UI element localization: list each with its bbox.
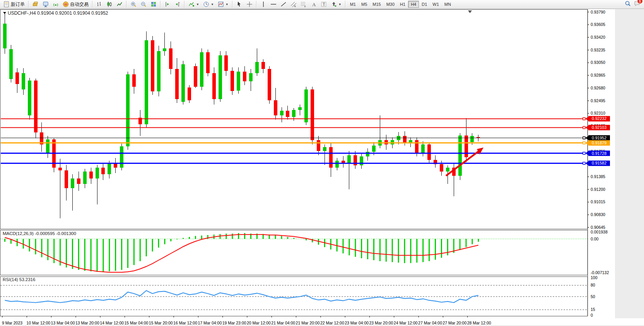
timeframe-m15[interactable]: M15 bbox=[370, 1, 383, 8]
candle-body bbox=[169, 48, 173, 69]
right-margin bbox=[615, 9, 644, 326]
candle-body bbox=[132, 74, 136, 87]
line-chart-button[interactable] bbox=[114, 1, 125, 8]
svg-text:A: A bbox=[312, 2, 316, 7]
timeframe-h4[interactable]: H4 bbox=[408, 1, 419, 8]
svg-text:F: F bbox=[304, 5, 306, 7]
vertical-line-button[interactable] bbox=[258, 1, 268, 8]
new-order-button[interactable]: 新订单 bbox=[2, 1, 27, 8]
price-tick-label: 0.91015 bbox=[591, 199, 605, 204]
candle-body bbox=[15, 72, 19, 84]
timeframe-h1[interactable]: H1 bbox=[397, 1, 408, 8]
candlestick-chart-button[interactable] bbox=[104, 1, 114, 8]
candle-body bbox=[243, 72, 246, 81]
time-tick-label: 28 Mar 12:00 bbox=[467, 321, 491, 325]
time-tick-label: 14 Mar 12:00 bbox=[100, 321, 124, 325]
dropdown-caret-icon[interactable]: ▼ bbox=[338, 3, 342, 6]
auto-trading-button[interactable]: 自动交易 bbox=[61, 1, 91, 8]
time-tick-label: 16 Mar 12:00 bbox=[173, 321, 197, 325]
macd-indicator-label: MACD(12,26,9) -0.000595 -0.001300 bbox=[3, 231, 76, 236]
dropdown-caret-icon[interactable]: ▼ bbox=[211, 3, 214, 6]
time-tick-label: 27 Mar 04:00 bbox=[418, 321, 442, 325]
line-handle[interactable] bbox=[583, 127, 585, 129]
candle-body bbox=[77, 178, 80, 184]
timeframe-m1[interactable]: M1 bbox=[347, 1, 359, 8]
horizontal-line-button[interactable] bbox=[268, 1, 278, 8]
time-tick-label: 13 Mar 04:00 bbox=[51, 321, 75, 325]
candle-body bbox=[335, 161, 339, 168]
macd-axis-label: 0.001938 bbox=[591, 230, 608, 234]
line-handle[interactable] bbox=[583, 137, 585, 139]
bar-chart-button[interactable] bbox=[94, 1, 104, 8]
chart-shift-button[interactable] bbox=[173, 1, 183, 8]
zoom-out-button[interactable] bbox=[138, 1, 149, 8]
template-icon bbox=[218, 1, 224, 7]
candle-body bbox=[249, 73, 253, 81]
candle-body bbox=[427, 144, 431, 160]
text-label-button[interactable]: T bbox=[319, 1, 329, 8]
candle-body bbox=[458, 136, 462, 176]
line-handle[interactable] bbox=[583, 142, 585, 144]
line-handle[interactable] bbox=[583, 162, 585, 165]
price-badge-label: 0.92232 bbox=[592, 116, 606, 121]
notifications-button[interactable]: 1 bbox=[634, 0, 640, 8]
auto-scroll-button[interactable] bbox=[162, 1, 173, 8]
dropdown-caret-icon[interactable]: ▼ bbox=[196, 3, 199, 6]
periods-button[interactable]: ▼ bbox=[201, 1, 216, 8]
price-tick-label: 0.93420 bbox=[591, 35, 605, 39]
trendline-button[interactable] bbox=[278, 1, 289, 8]
time-tick-label: 9 Mar 2023 bbox=[2, 321, 22, 325]
timeframe-mn[interactable]: MN bbox=[442, 1, 454, 8]
dropdown-caret-icon[interactable]: ▼ bbox=[225, 3, 229, 6]
candles-icon bbox=[106, 1, 113, 7]
time-tick-label: 23 Mar 20:00 bbox=[369, 321, 393, 325]
chartshift-icon bbox=[174, 1, 181, 7]
candle-body bbox=[440, 164, 443, 172]
indicators-button[interactable]: ▼ bbox=[186, 1, 201, 8]
timeframe-m5[interactable]: M5 bbox=[359, 1, 370, 8]
chart-canvas[interactable]: 0.937900.936050.934200.932350.930500.928… bbox=[0, 9, 644, 326]
cursor-button[interactable] bbox=[234, 1, 244, 8]
time-tick-label: 21 Mar 20:00 bbox=[296, 321, 320, 325]
terminal-button[interactable] bbox=[41, 1, 51, 8]
chart-title: USDCHF-,H4 0.91904 0.92001 0.91904 0.919… bbox=[3, 10, 108, 16]
market-watch-button[interactable] bbox=[31, 1, 41, 8]
search-button[interactable] bbox=[625, 0, 631, 8]
price-tick-label: 0.92495 bbox=[591, 98, 605, 103]
candle-body bbox=[181, 64, 185, 102]
macd-axis-label: 0.00 bbox=[591, 237, 599, 241]
price-badge-label: 0.91879 bbox=[592, 141, 606, 145]
templates-button[interactable]: ▼ bbox=[216, 1, 231, 8]
equidistant-channel-button[interactable]: E bbox=[289, 1, 299, 8]
signals-button[interactable] bbox=[51, 1, 61, 8]
candle-body bbox=[366, 152, 369, 156]
candle-body bbox=[280, 111, 284, 115]
line-handle[interactable] bbox=[583, 118, 585, 120]
tile-windows-button[interactable] bbox=[149, 1, 159, 8]
candle-body bbox=[311, 89, 314, 140]
doc-icon bbox=[3, 1, 10, 7]
candle-body bbox=[255, 62, 259, 73]
crosshair-button[interactable] bbox=[244, 1, 255, 8]
time-tick-label: 27 Mar 20:00 bbox=[442, 321, 466, 325]
chevron-down-icon[interactable] bbox=[3, 12, 6, 14]
timeframe-w1[interactable]: W1 bbox=[430, 1, 442, 8]
price-tick-label: 0.93605 bbox=[591, 22, 605, 27]
candle-body bbox=[188, 88, 191, 101]
candle-body bbox=[163, 48, 166, 51]
text-button[interactable]: A bbox=[309, 1, 319, 8]
linechart-icon bbox=[116, 1, 123, 7]
candle-body bbox=[194, 66, 197, 87]
fibonacci-button[interactable]: F bbox=[299, 1, 309, 8]
timeframe-m30[interactable]: M30 bbox=[384, 1, 397, 8]
timeframe-d1[interactable]: D1 bbox=[419, 1, 430, 8]
time-tick-label: 20 Mar 12:00 bbox=[247, 321, 271, 325]
line-handle[interactable] bbox=[583, 152, 585, 154]
candle-body bbox=[120, 146, 123, 168]
candle-body bbox=[219, 55, 222, 99]
zoom-in-button[interactable] bbox=[128, 1, 138, 8]
time-tick-label: 15 Mar 20:00 bbox=[149, 321, 173, 325]
textA-icon: A bbox=[311, 1, 317, 7]
arrows-button[interactable]: ▼ bbox=[329, 1, 343, 8]
candle-body bbox=[96, 168, 99, 178]
